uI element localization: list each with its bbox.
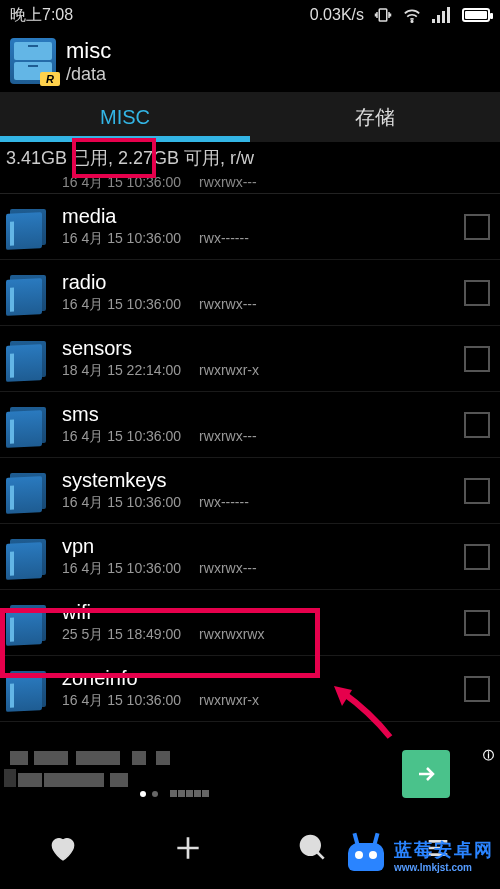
- svg-rect-2: [432, 19, 435, 23]
- checkbox[interactable]: [464, 478, 490, 504]
- file-row-sensors[interactable]: sensors 18 4月 15 22:14:00rwxrwxr-x: [0, 326, 500, 392]
- nav-add[interactable]: [125, 807, 250, 889]
- file-row-media[interactable]: media 16 4月 15 10:36:00rwx------: [0, 194, 500, 260]
- checkbox[interactable]: [464, 610, 490, 636]
- file-row-zoneinfo[interactable]: zoneinfo 16 4月 15 10:36:00rwxrwxr-x: [0, 656, 500, 722]
- app-title: misc: [66, 38, 111, 64]
- watermark: 蓝莓安卓网 www.lmkjst.com: [344, 835, 494, 875]
- net-speed: 0.03K/s: [310, 6, 364, 24]
- folder-icon: [6, 535, 50, 579]
- storage-info: 3.41GB 已用, 2.27GB 可用, r/w: [0, 142, 500, 174]
- file-row-sms[interactable]: sms 16 4月 15 10:36:00rwxrwx---: [0, 392, 500, 458]
- signal-icon: [432, 7, 452, 23]
- file-name: sensors: [62, 337, 464, 360]
- folder-icon: [6, 601, 50, 645]
- status-bar: 晚上7:08 0.03K/s: [0, 0, 500, 30]
- svg-rect-3: [437, 15, 440, 23]
- file-name: systemkeys: [62, 469, 464, 492]
- checkbox[interactable]: [464, 280, 490, 306]
- ad-pagination: [140, 790, 209, 797]
- svg-rect-5: [447, 7, 450, 23]
- tab-misc[interactable]: MISC: [0, 92, 250, 142]
- file-name: media: [62, 205, 464, 228]
- file-name: radio: [62, 271, 464, 294]
- nav-favorite[interactable]: [0, 807, 125, 889]
- checkbox[interactable]: [464, 676, 490, 702]
- status-time: 晚上7:08: [10, 5, 73, 26]
- ad-info-icon[interactable]: ⓘ: [483, 748, 494, 763]
- file-row-wifi[interactable]: wifi 25 5月 15 18:49:00rwxrwxrwx: [0, 590, 500, 656]
- checkbox[interactable]: [464, 544, 490, 570]
- checkbox[interactable]: [464, 412, 490, 438]
- ad-banner[interactable]: ⓘ: [0, 744, 500, 804]
- tab-storage[interactable]: 存储: [250, 92, 500, 142]
- file-name: sms: [62, 403, 464, 426]
- checkbox[interactable]: [464, 214, 490, 240]
- dot-active: [140, 791, 146, 797]
- svg-point-6: [301, 836, 320, 855]
- file-row-systemkeys[interactable]: systemkeys 16 4月 15 10:36:00rwx------: [0, 458, 500, 524]
- folder-icon: [6, 667, 50, 711]
- partial-row: 16 4月 15 10:36:00rwxrwx---: [0, 174, 500, 194]
- checkbox[interactable]: [464, 346, 490, 372]
- dot: [152, 791, 158, 797]
- file-row-vpn[interactable]: vpn 16 4月 15 10:36:00rwxrwx---: [0, 524, 500, 590]
- file-name: vpn: [62, 535, 464, 558]
- file-row-radio[interactable]: radio 16 4月 15 10:36:00rwxrwx---: [0, 260, 500, 326]
- folder-icon: [6, 337, 50, 381]
- folder-icon: [6, 403, 50, 447]
- svg-point-1: [411, 21, 413, 23]
- file-name: wifi: [62, 601, 464, 624]
- folder-icon: [6, 469, 50, 513]
- battery-icon: [462, 8, 490, 22]
- status-right: 0.03K/s: [310, 6, 490, 24]
- folder-icon: [6, 205, 50, 249]
- app-path: /data: [66, 64, 111, 85]
- vibrate-icon: [374, 6, 392, 24]
- wifi-icon: [402, 7, 422, 23]
- file-list[interactable]: media 16 4月 15 10:36:00rwx------ radio 1…: [0, 194, 500, 722]
- tabs: MISC 存储: [0, 92, 500, 142]
- svg-rect-4: [442, 11, 445, 23]
- ad-go-button[interactable]: [402, 750, 450, 798]
- file-name: zoneinfo: [62, 667, 464, 690]
- svg-rect-0: [379, 9, 387, 21]
- app-icon[interactable]: R: [10, 38, 56, 84]
- watermark-icon: [344, 835, 388, 875]
- folder-icon: [6, 271, 50, 315]
- app-bar: R misc /data: [0, 30, 500, 92]
